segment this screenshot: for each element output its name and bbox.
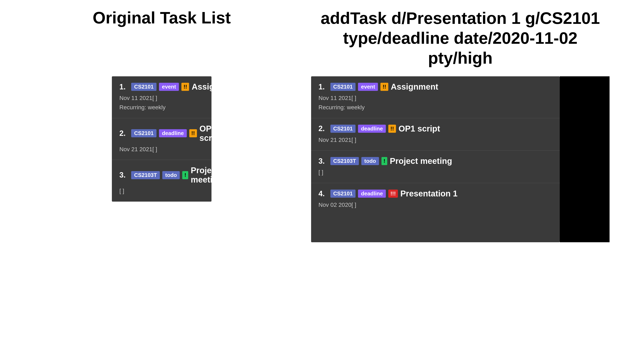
task-item: 1.CS2101event!!AssignmentNov 11 2021[ ]R…: [311, 76, 560, 118]
task-number: 2.: [119, 129, 129, 138]
task-meta: Nov 11 2021[ ]: [319, 93, 552, 103]
task-title: Project meeting: [390, 156, 452, 166]
type-badge: event: [159, 83, 179, 91]
group-badge: CS2103T: [131, 171, 160, 179]
group-badge: CS2101: [131, 83, 156, 91]
task-header: 1.CS2101event!!Assignment: [119, 82, 204, 91]
task-title: OP1 script: [199, 124, 212, 143]
task-header: 3.CS2103Ttodo!Project meeting: [119, 166, 204, 184]
group-badge: CS2101: [330, 190, 356, 198]
priority-badge: !!!: [388, 190, 398, 198]
task-item: 3.CS2103Ttodo!Project meeting[ ]: [112, 160, 212, 201]
task-meta: Nov 21 2021[ ]: [119, 145, 204, 154]
task-recurring: Recurring: weekly: [319, 103, 552, 112]
task-title: OP1 script: [398, 124, 440, 133]
left-panel-title-area: Original Task List: [12, 8, 311, 27]
task-number: 3.: [119, 171, 129, 179]
task-number: 1.: [319, 83, 328, 91]
type-badge: deadline: [358, 125, 386, 133]
type-badge: todo: [162, 171, 180, 179]
left-panel: 1.CS2101event!!AssignmentNov 11 2021[ ]R…: [112, 76, 212, 201]
task-item: 2.CS2101deadline!!OP1 scriptNov 21 2021[…: [112, 118, 212, 160]
panels-area: 1.CS2101event!!AssignmentNov 11 2021[ ]R…: [12, 76, 610, 242]
task-item: 1.CS2101event!!AssignmentNov 11 2021[ ]R…: [112, 76, 212, 118]
task-header: 1.CS2101event!!Assignment: [319, 82, 552, 91]
task-item: 3.CS2103Ttodo!Project meeting[ ]: [311, 151, 560, 183]
top-area: Original Task List addTask d/Presentatio…: [12, 8, 610, 68]
task-item: 4.CS2101deadline!!!Presentation 1Nov 02 …: [311, 183, 560, 216]
right-panel: 1.CS2101event!!AssignmentNov 11 2021[ ]R…: [311, 76, 560, 242]
task-item: 2.CS2101deadline!!OP1 scriptNov 21 2021[…: [311, 118, 560, 151]
task-meta: Nov 21 2021[ ]: [319, 135, 552, 145]
task-meta: [ ]: [319, 168, 552, 177]
right-panels: 1.CS2101event!!AssignmentNov 11 2021[ ]R…: [311, 76, 610, 242]
type-badge: event: [358, 83, 378, 91]
group-badge: CS2101: [330, 125, 356, 133]
priority-badge: !!: [388, 125, 396, 133]
type-badge: todo: [361, 157, 379, 165]
task-title: Project meeting: [191, 166, 212, 184]
priority-badge: !!: [181, 83, 189, 91]
black-block: [560, 76, 610, 242]
task-meta: Nov 02 2020[ ]: [319, 200, 552, 210]
group-badge: CS2101: [131, 129, 156, 137]
priority-badge: !!: [380, 83, 388, 91]
task-number: 1.: [119, 83, 129, 91]
priority-badge: !!: [189, 129, 197, 137]
task-number: 4.: [319, 189, 328, 198]
right-panel-title: addTask d/Presentation 1 g/CS2101 type/d…: [311, 8, 610, 68]
type-badge: deadline: [159, 129, 187, 137]
group-badge: CS2103T: [330, 157, 359, 165]
task-meta: [ ]: [119, 186, 204, 196]
group-badge: CS2101: [330, 83, 356, 91]
right-panel-title-area: addTask d/Presentation 1 g/CS2101 type/d…: [311, 8, 610, 68]
task-recurring: Recurring: weekly: [119, 103, 204, 112]
type-badge: deadline: [358, 190, 386, 198]
task-header: 2.CS2101deadline!!OP1 script: [319, 124, 552, 133]
task-title: Presentation 1: [400, 189, 458, 198]
task-meta: Nov 11 2021[ ]: [119, 93, 204, 103]
task-number: 2.: [319, 124, 328, 133]
task-header: 2.CS2101deadline!!OP1 script: [119, 124, 204, 143]
left-panel-wrapper: 1.CS2101event!!AssignmentNov 11 2021[ ]R…: [12, 76, 311, 201]
task-title: Assignment: [391, 82, 438, 91]
task-header: 4.CS2101deadline!!!Presentation 1: [319, 189, 552, 198]
left-panel-title: Original Task List: [12, 8, 311, 27]
task-number: 3.: [319, 157, 328, 165]
priority-badge: !: [381, 157, 388, 165]
task-title: Assignment: [192, 82, 212, 91]
task-header: 3.CS2103Ttodo!Project meeting: [319, 156, 552, 166]
priority-badge: !: [182, 171, 188, 179]
